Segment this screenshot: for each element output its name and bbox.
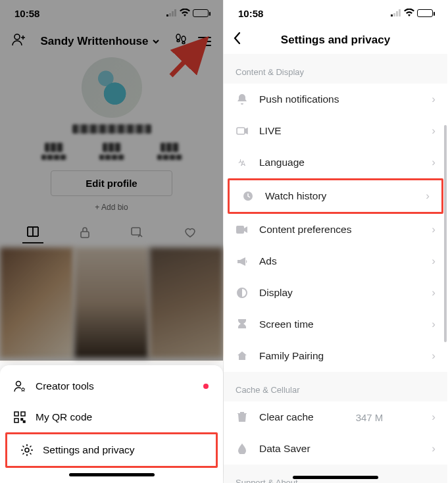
home-indicator	[293, 476, 378, 479]
page-title: Settings and privacy	[281, 34, 390, 47]
section-cache-cellular: Cache & Cellular	[224, 372, 447, 401]
row-label: Display	[259, 287, 293, 299]
row-ads[interactable]: Ads ›	[224, 245, 447, 277]
row-label: Language	[259, 157, 305, 168]
menu-creator-tools[interactable]: Creator tools	[0, 370, 223, 402]
row-label: Family Pairing	[259, 350, 324, 362]
add-user-icon[interactable]	[12, 33, 26, 49]
live-icon	[236, 126, 249, 136]
svg-rect-16	[21, 419, 23, 420]
moon-icon	[236, 288, 249, 298]
svg-rect-3	[174, 9, 176, 16]
edit-profile-button[interactable]: Edit profile	[51, 170, 172, 196]
signal-icon	[166, 8, 177, 18]
svg-rect-13	[14, 412, 18, 416]
chevron-right-icon: ›	[432, 156, 436, 169]
row-live[interactable]: LIVE ›	[224, 115, 447, 147]
svg-rect-10	[81, 232, 89, 238]
menu-item-label: Settings and privacy	[43, 444, 135, 456]
droplet-icon	[236, 444, 249, 454]
svg-rect-1	[169, 13, 171, 16]
svg-point-12	[16, 382, 21, 386]
svg-rect-14	[21, 412, 25, 416]
row-label: Data Saver	[259, 443, 311, 455]
row-label: Push notifications	[259, 93, 339, 105]
svg-point-7	[182, 36, 186, 41]
bell-icon	[236, 93, 249, 105]
home-icon	[236, 351, 249, 361]
svg-rect-21	[396, 11, 398, 16]
hourglass-icon	[236, 319, 249, 330]
chevron-right-icon: ›	[432, 286, 436, 299]
svg-rect-19	[391, 14, 393, 16]
svg-rect-25	[236, 226, 244, 234]
notification-dot-icon	[203, 384, 209, 389]
row-label: LIVE	[259, 125, 282, 137]
scrollbar[interactable]	[444, 125, 447, 342]
row-push-notifications[interactable]: Push notifications ›	[224, 84, 447, 115]
chevron-right-icon: ›	[432, 93, 436, 106]
svg-rect-0	[166, 14, 168, 16]
avatar[interactable]	[82, 57, 142, 118]
menu-item-label: My QR code	[36, 411, 92, 423]
chevron-right-icon: ›	[432, 349, 436, 363]
feed-thumbnail[interactable]	[0, 247, 74, 358]
section-support-about: Support & About	[224, 465, 447, 483]
back-button[interactable]	[233, 32, 241, 49]
chevron-right-icon: ›	[432, 255, 436, 268]
hamburger-icon[interactable]	[198, 37, 211, 46]
menu-my-qr[interactable]: My QR code	[0, 402, 223, 432]
svg-point-18	[25, 448, 29, 452]
menu-item-label: Creator tools	[36, 380, 94, 392]
chevron-right-icon: ›	[432, 318, 436, 331]
chevron-right-icon: ›	[432, 442, 436, 455]
section-content-display: Content & Display	[224, 54, 447, 84]
row-screen-time[interactable]: Screen time ›	[224, 309, 447, 340]
feed-grid[interactable]	[0, 247, 223, 358]
row-family-pairing[interactable]: Family Pairing ›	[224, 340, 447, 372]
person-star-icon	[13, 380, 26, 393]
row-content-preferences[interactable]: Content preferences ›	[224, 214, 447, 245]
tab-lock[interactable]	[80, 226, 90, 238]
row-label: Screen time	[259, 318, 314, 330]
feed-thumbnail[interactable]	[74, 247, 148, 358]
svg-point-4	[14, 34, 20, 39]
profile-menu-sheet: Creator tools My QR code Settings and pr…	[0, 365, 223, 483]
wifi-icon	[404, 8, 414, 18]
feed-thumbnail[interactable]	[149, 247, 223, 358]
tab-repost[interactable]	[130, 226, 143, 238]
row-label: Clear cache	[259, 411, 314, 423]
menu-settings-privacy[interactable]: Settings and privacy	[5, 432, 218, 468]
row-language[interactable]: Language ›	[224, 147, 447, 178]
qr-icon	[13, 411, 26, 423]
status-time: 10:58	[238, 8, 263, 19]
svg-rect-2	[172, 11, 174, 16]
chevron-right-icon: ›	[426, 190, 430, 203]
row-clear-cache[interactable]: Clear cache 347 M ›	[224, 401, 447, 433]
footsteps-icon[interactable]	[174, 33, 187, 49]
profile-stats	[41, 143, 182, 160]
row-display[interactable]: Display ›	[224, 277, 447, 309]
tab-liked[interactable]	[184, 226, 197, 238]
battery-icon	[193, 9, 209, 17]
row-watch-history[interactable]: Watch history ›	[228, 178, 443, 214]
svg-rect-23	[237, 128, 245, 134]
language-icon	[236, 157, 249, 168]
chevron-right-icon: ›	[432, 223, 436, 236]
row-label: Ads	[259, 255, 277, 267]
gear-icon	[20, 444, 34, 457]
svg-rect-17	[24, 421, 26, 423]
status-bar: 10:58	[224, 0, 447, 26]
wifi-icon	[180, 8, 190, 18]
home-indicator	[69, 473, 155, 476]
svg-rect-15	[14, 419, 18, 422]
chevron-right-icon: ›	[432, 124, 436, 138]
tab-grid[interactable]	[26, 226, 39, 238]
chevron-right-icon: ›	[432, 411, 436, 424]
row-data-saver[interactable]: Data Saver ›	[224, 433, 447, 465]
battery-icon	[417, 9, 433, 17]
profile-name[interactable]: Sandy Writtenhouse	[40, 35, 160, 48]
chevron-down-icon	[151, 37, 161, 46]
add-bio-button[interactable]: + Add bio	[95, 203, 128, 212]
signal-icon	[391, 8, 401, 18]
